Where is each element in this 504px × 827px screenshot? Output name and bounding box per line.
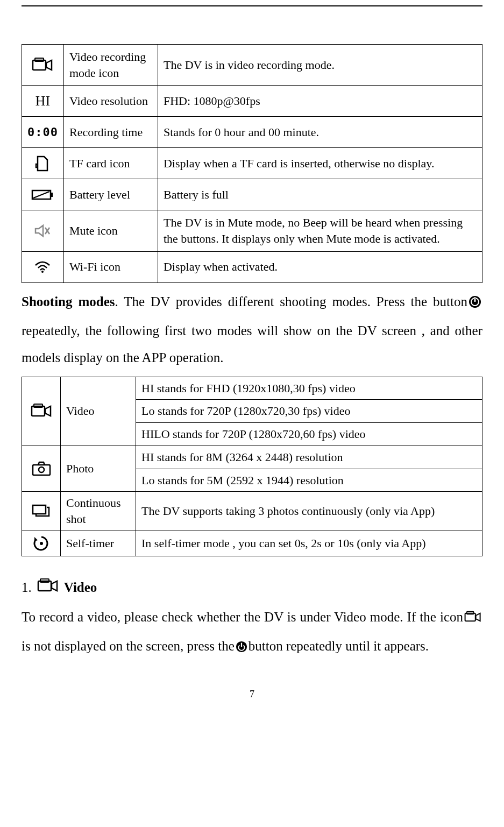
icon-desc: Stands for 0 hour and 00 minute. xyxy=(158,117,482,148)
tf-card-icon xyxy=(22,148,64,179)
mode-desc: HILO stands for 720P (1280x720,60 fps) v… xyxy=(136,423,482,446)
continuous-shot-icon xyxy=(22,492,61,531)
recording-time-icon: 0:00 xyxy=(22,117,64,148)
icon-desc: Display when activated. xyxy=(158,251,482,282)
wifi-icon xyxy=(22,251,64,282)
video-section-body: To record a video, please check whether … xyxy=(22,604,482,662)
icon-desc: Display when a TF card is inserted, othe… xyxy=(158,148,482,179)
video-mode-icon xyxy=(37,578,59,597)
mute-icon xyxy=(22,210,64,251)
icon-name: Wi-Fi icon xyxy=(63,251,158,282)
self-timer-icon xyxy=(22,531,61,556)
icon-name: Video recording mode icon xyxy=(63,45,158,86)
mode-desc: Lo stands for 5M (2592 x 1944) resolutio… xyxy=(136,469,482,492)
power-button-icon xyxy=(468,291,481,317)
icon-desc: Battery is full xyxy=(158,179,482,210)
icon-desc: The DV is in Mute mode, no Beep will be … xyxy=(158,210,482,251)
video-mode-icon xyxy=(22,377,61,446)
icon-desc: The DV is in video recording mode. xyxy=(158,45,482,86)
shooting-modes-title: Shooting modes xyxy=(22,294,115,309)
mode-name: Self-timer xyxy=(61,531,136,556)
icon-name: Battery level xyxy=(63,179,158,210)
icon-name: Recording time xyxy=(63,117,158,148)
svg-point-17 xyxy=(40,542,43,545)
svg-point-15 xyxy=(39,467,44,472)
mode-desc: HI stands for FHD (1920x1080,30 fps) vid… xyxy=(136,377,482,400)
svg-rect-16 xyxy=(33,505,46,514)
mode-desc: Lo stands for 720P (1280x720,30 fps) vid… xyxy=(136,400,482,423)
mode-name: Photo xyxy=(61,446,136,491)
photo-mode-icon xyxy=(22,446,61,491)
icon-name: Video resolution xyxy=(63,86,158,117)
power-button-icon xyxy=(236,635,247,662)
mode-desc: HI stands for 8M (3264 x 2448) resolutio… xyxy=(136,446,482,469)
icon-name: Mute icon xyxy=(63,210,158,251)
icon-desc: FHD: 1080p@30fps xyxy=(158,86,482,117)
video-section-heading: 1. Video xyxy=(22,578,482,597)
shooting-modes-paragraph: Shooting modes. The DV provides differen… xyxy=(22,288,482,371)
video-resolution-icon: HI xyxy=(22,86,64,117)
modes-table: Video HI stands for FHD (1920x1080,30 fp… xyxy=(22,377,482,556)
icon-name: TF card icon xyxy=(63,148,158,179)
page-number: 7 xyxy=(22,689,482,700)
svg-point-6 xyxy=(41,271,44,273)
icons-table: Video recording mode icon The DV is in v… xyxy=(22,44,482,283)
mode-desc: In self-timer mode , you can set 0s, 2s … xyxy=(136,531,482,556)
video-recording-mode-icon xyxy=(22,45,64,86)
mode-name: Continuous shot xyxy=(61,492,136,531)
svg-rect-3 xyxy=(51,193,53,197)
battery-level-icon xyxy=(22,179,64,210)
mode-desc: The DV supports taking 3 photos continuo… xyxy=(136,492,482,531)
mode-name: Video xyxy=(61,377,136,446)
video-mode-icon xyxy=(464,606,481,633)
